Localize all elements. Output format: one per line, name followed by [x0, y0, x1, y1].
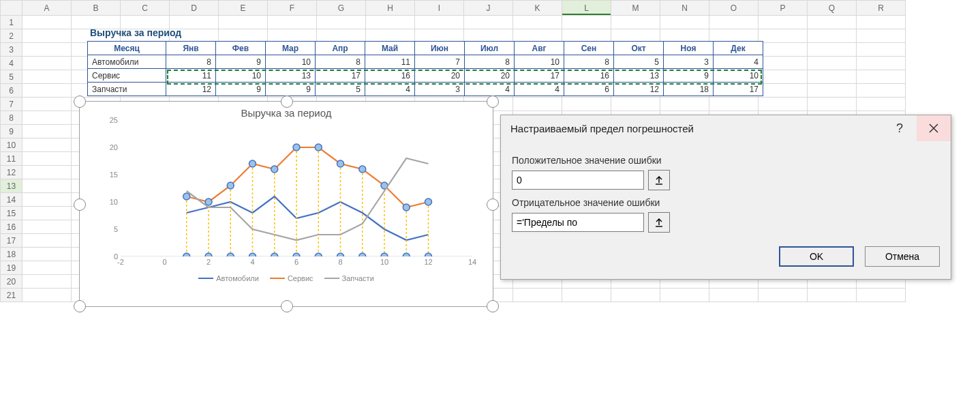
cell[interactable]: [513, 16, 562, 29]
cell[interactable]: [808, 16, 857, 29]
column-header[interactable]: R: [857, 1, 906, 16]
cell[interactable]: [808, 43, 857, 57]
cell[interactable]: [22, 16, 72, 29]
cell[interactable]: [857, 84, 906, 98]
column-header[interactable]: J: [464, 1, 513, 16]
table-cell[interactable]: 11: [166, 69, 216, 83]
table-cell[interactable]: 4: [465, 83, 515, 96]
table-cell[interactable]: 9: [664, 69, 714, 83]
table-cell[interactable]: 5: [316, 83, 365, 96]
table-cell[interactable]: 17: [515, 69, 564, 83]
column-header[interactable]: K: [513, 1, 562, 16]
cell[interactable]: [660, 98, 709, 111]
cell[interactable]: [857, 16, 906, 29]
table-cell[interactable]: 7: [415, 55, 465, 69]
cell[interactable]: [857, 70, 906, 84]
cell[interactable]: [22, 125, 72, 138]
cell[interactable]: [562, 98, 611, 111]
cell[interactable]: [366, 16, 415, 29]
cell[interactable]: [709, 289, 759, 302]
row-header[interactable]: 16: [1, 220, 22, 234]
cell[interactable]: [808, 57, 857, 70]
row-header[interactable]: 17: [1, 234, 22, 248]
table-cell[interactable]: 3: [415, 83, 465, 96]
table-cell[interactable]: 8: [316, 55, 365, 69]
cell[interactable]: [660, 289, 709, 302]
column-header[interactable]: I: [415, 1, 464, 16]
column-header[interactable]: F: [268, 1, 317, 16]
row-header[interactable]: 15: [1, 207, 22, 220]
embedded-chart[interactable]: Выручка за период 0510152025 -2024681012…: [79, 101, 493, 307]
cell[interactable]: [22, 111, 72, 125]
cell[interactable]: [857, 29, 906, 43]
row-header[interactable]: 13: [1, 179, 22, 193]
error-bounds-dialog[interactable]: Настраиваемый предел погрешностей ? Поло…: [500, 115, 951, 280]
column-header[interactable]: C: [121, 1, 170, 16]
row-header[interactable]: 8: [1, 111, 22, 125]
cell[interactable]: [611, 289, 660, 302]
cell[interactable]: [22, 234, 72, 248]
table-cell[interactable]: 10: [216, 69, 266, 83]
cell[interactable]: [22, 193, 72, 207]
cancel-button[interactable]: Отмена: [865, 246, 940, 267]
table-cell[interactable]: 17: [316, 69, 365, 83]
column-header[interactable]: A: [22, 1, 72, 16]
column-header[interactable]: H: [366, 1, 415, 16]
row-header[interactable]: 18: [1, 248, 22, 261]
cell[interactable]: [415, 16, 464, 29]
table-cell[interactable]: 13: [614, 69, 664, 83]
table-cell[interactable]: 18: [664, 83, 714, 96]
cell[interactable]: [22, 248, 72, 261]
cell[interactable]: [268, 16, 317, 29]
cell[interactable]: [808, 84, 857, 98]
cell[interactable]: [562, 16, 611, 29]
cell[interactable]: [759, 29, 808, 43]
cell[interactable]: [709, 98, 759, 111]
cell[interactable]: [22, 98, 72, 111]
cell[interactable]: [759, 98, 808, 111]
row-header[interactable]: 11: [1, 152, 22, 166]
column-header[interactable]: Q: [808, 1, 857, 16]
table-cell[interactable]: 3: [664, 55, 714, 69]
cell[interactable]: [759, 57, 808, 70]
table-cell[interactable]: 10: [515, 55, 564, 69]
close-button[interactable]: [917, 115, 951, 141]
column-header[interactable]: N: [660, 1, 709, 16]
table-cell[interactable]: 4: [714, 55, 763, 69]
table-cell[interactable]: 20: [415, 69, 465, 83]
cell[interactable]: [808, 98, 857, 111]
data-table[interactable]: МесяцЯнвФевМарАпрМайИюнИюлАвгСенОктНояДе…: [87, 41, 763, 96]
cell[interactable]: [22, 43, 72, 57]
resize-handle[interactable]: [74, 95, 86, 108]
table-cell[interactable]: 9: [266, 83, 316, 96]
cell[interactable]: [857, 98, 906, 111]
cell[interactable]: [759, 70, 808, 84]
cell[interactable]: [857, 43, 906, 57]
row-header[interactable]: 21: [1, 289, 22, 302]
table-cell[interactable]: 10: [714, 69, 763, 83]
cell[interactable]: [317, 16, 366, 29]
table-cell[interactable]: 6: [564, 83, 614, 96]
column-header[interactable]: P: [759, 1, 808, 16]
table-cell[interactable]: 4: [365, 83, 415, 96]
cell[interactable]: [513, 98, 562, 111]
table-cell[interactable]: 17: [714, 83, 763, 96]
resize-handle[interactable]: [74, 198, 86, 211]
cell[interactable]: [857, 57, 906, 70]
column-header[interactable]: O: [709, 1, 759, 16]
table-cell[interactable]: 8: [465, 55, 515, 69]
cell[interactable]: [22, 29, 72, 43]
row-header[interactable]: 12: [1, 166, 22, 179]
cell[interactable]: [22, 57, 72, 70]
column-header[interactable]: E: [219, 1, 268, 16]
select-all-corner[interactable]: [1, 1, 22, 16]
cell[interactable]: [759, 16, 808, 29]
cell[interactable]: [22, 84, 72, 98]
row-header[interactable]: 2: [1, 29, 22, 43]
cell[interactable]: [611, 98, 660, 111]
resize-handle[interactable]: [281, 95, 293, 108]
cell[interactable]: [759, 84, 808, 98]
table-cell[interactable]: 9: [216, 55, 266, 69]
cell[interactable]: [660, 16, 709, 29]
column-header[interactable]: B: [72, 1, 121, 16]
